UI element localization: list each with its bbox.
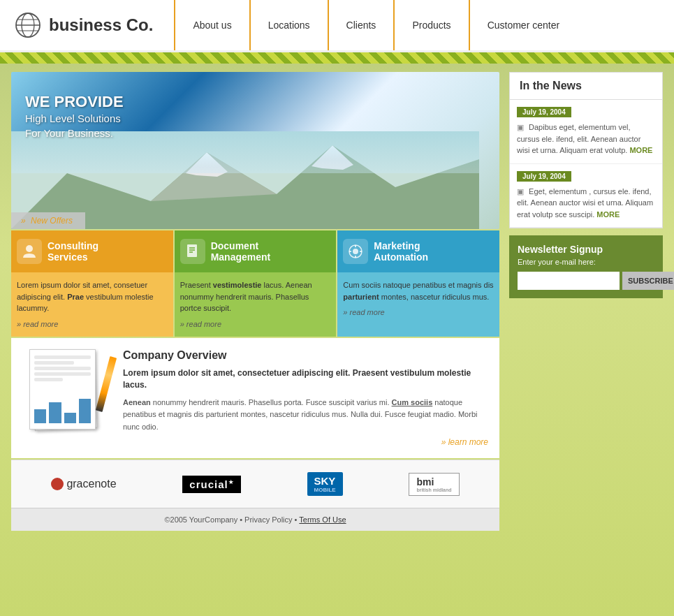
svg-rect-12 [187,244,197,257]
stripe-bar [0,52,674,64]
hero-subheading: High Level SolutionsFor Your Business. [25,111,124,140]
content-left: WE PROVIDE High Level SolutionsFor Your … [11,72,499,531]
news-item-1: July 19, 2004 ▣ Dapibus eget, elementum … [510,100,662,164]
consulting-title: ConsultingServices [47,240,98,263]
news-doc-icon: ▣ [517,123,524,131]
svg-point-17 [353,249,358,254]
marketing-header: MarketingAutomation [337,230,499,272]
newsletter-description: Enter your e-mail here: [518,258,654,266]
news-text-2: ▣ Eget, elementum , cursus ele. ifend, e… [517,186,655,221]
news-more-2[interactable]: MORE [596,210,620,219]
footer: ©2005 YourCompany • Privacy Policy • Ter… [11,508,499,531]
news-section-title: In the News [510,73,662,100]
client-logos: gracenote crucial★ SKY MOBILE bmi britis… [11,460,499,508]
hero-text: WE PROVIDE High Level SolutionsFor Your … [25,93,124,140]
nav-customer-center[interactable]: Customer center [469,0,577,50]
new-offers-label: New Offers [31,216,73,226]
bmi-logo: bmi british midland [409,470,459,498]
news-date-1: July 19, 2004 [517,107,571,117]
service-cards: ConsultingServices Lorem ipsum dolor sit… [11,230,499,337]
documents-icon [180,239,205,264]
nav-clients[interactable]: Clients [328,0,394,50]
bmi-sub: british midland [416,487,451,492]
service-card-marketing: MarketingAutomation Cum sociis natoque p… [337,230,499,337]
nav-products[interactable]: Products [393,0,468,50]
overview-text: Company Overview Lorem ipsum dolor sit a… [123,349,488,447]
consulting-header: ConsultingServices [11,230,173,272]
learn-more-link[interactable]: learn more [123,437,488,447]
crucial-text: crucial★ [189,478,233,490]
marketing-title: MarketingAutomation [374,240,428,263]
overview-title: Company Overview [123,349,488,362]
footer-text: ©2005 YourCompany • Privacy Policy • [164,515,299,524]
news-more-1[interactable]: MORE [629,146,652,154]
news-date-2: July 19, 2004 [517,171,571,182]
gracenote-circle [51,478,64,490]
arrow-icon: » [21,216,26,226]
sky-sub: MOBILE [314,487,336,493]
gracenote-text: gracenote [66,478,116,490]
news-section: In the News July 19, 2004 ▣ Dapibus eget… [509,72,663,228]
logo-text: business Co. [49,15,153,35]
overview-image [22,349,113,433]
documents-text: Praesent vestimolestie lacus. Aenean non… [180,281,312,312]
newsletter-section: Newsletter Signup Enter your e-mail here… [509,235,663,298]
consulting-icon [17,239,42,264]
sky-logo: SKY MOBILE [307,470,343,498]
hero-banner: WE PROVIDE High Level SolutionsFor Your … [11,72,499,229]
consulting-text: Lorem ipsum dolor sit amet, consetuer ad… [17,281,154,312]
consulting-read-more[interactable]: read more [17,318,168,330]
news-doc-icon-2: ▣ [517,187,524,196]
documents-body: Praesent vestimolestie lacus. Aenean non… [175,272,337,337]
marketing-read-more[interactable]: read more [343,307,494,318]
globe-icon [14,11,42,39]
marketing-body: Cum sociis natoque penatibus et magnis d… [337,272,499,337]
consulting-body: Lorem ipsum dolor sit amet, consetuer ad… [11,272,173,337]
documents-title: DocumentManagement [211,240,271,263]
gracenote-logo: gracenote [51,470,116,498]
pencil-graphic [96,356,117,412]
company-overview: Company Overview Lorem ipsum dolor sit a… [11,338,499,458]
service-card-documents: DocumentManagement Praesent vestimolesti… [175,230,337,337]
overview-lead: Lorem ipsum dolor sit amet, consectetuer… [123,367,488,391]
main-wrapper: WE PROVIDE High Level SolutionsFor Your … [0,64,674,539]
logo-area: business Co. [14,11,153,39]
site-header: business Co. About us Locations Clients … [0,0,674,52]
bmi-text: bmi [416,476,434,487]
overview-body: Aenean nonummy hendrerit mauris. Phasell… [123,397,488,434]
newsletter-form: SUBSCRIBE [518,272,654,290]
marketing-text: Cum sociis natoque penatibus et magnis d… [343,281,493,301]
news-item-2: July 19, 2004 ▣ Eget, elementum , cursus… [510,164,662,228]
nav-about[interactable]: About us [174,0,249,50]
marketing-icon [343,239,368,264]
nav-locations[interactable]: Locations [249,0,328,50]
main-nav: About us Locations Clients Products Cust… [174,0,660,50]
hero-heading: WE PROVIDE [25,93,124,111]
news-text-1: ▣ Dapibus eget, elementum vel, cursus el… [517,122,655,156]
subscribe-button[interactable]: SUBSCRIBE [622,272,674,290]
terms-link[interactable]: Terms Of Use [299,515,346,524]
service-card-consulting: ConsultingServices Lorem ipsum dolor sit… [11,230,173,337]
sidebar: In the News July 19, 2004 ▣ Dapibus eget… [509,72,663,531]
doc-page-front [29,349,96,430]
documents-header: DocumentManagement [175,230,337,272]
email-input[interactable] [518,272,620,290]
crucial-logo: crucial★ [182,470,240,498]
svg-point-11 [26,245,33,252]
new-offers-banner[interactable]: » New Offers [11,212,85,229]
newsletter-title: Newsletter Signup [518,244,654,255]
sky-text: SKY [314,475,336,487]
documents-read-more[interactable]: read more [180,318,331,330]
